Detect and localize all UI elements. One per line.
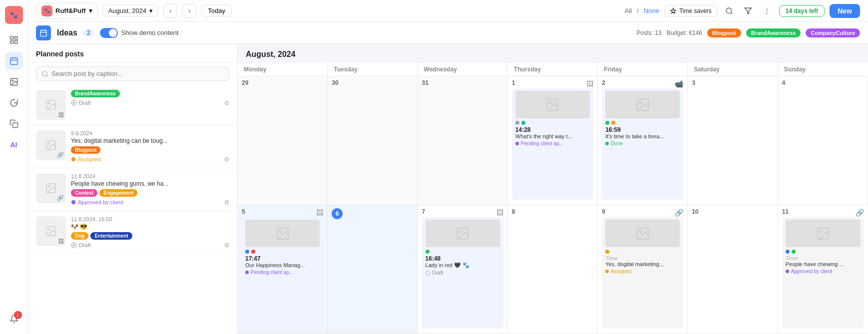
today-button[interactable]: Today xyxy=(201,4,232,17)
status-dot xyxy=(515,142,519,145)
cal-cell-7[interactable]: 7 🖼 16:48 Lady in red 🖤 🐾 xyxy=(418,205,508,334)
svg-line-12 xyxy=(731,12,732,14)
sidebar-item-analytics[interactable] xyxy=(5,94,23,112)
cal-cell-29[interactable]: 29 xyxy=(238,76,328,205)
filter-icon-button[interactable] xyxy=(741,4,755,18)
day-headers: Monday Tuesday Wednesday Thursday Friday… xyxy=(238,63,868,76)
logo-icon[interactable]: 🐾 xyxy=(5,6,23,24)
post-caption: Yes, dogital marketing can be toug... xyxy=(71,137,229,144)
filter-none-button[interactable]: None xyxy=(644,7,659,14)
budget-label: Budget: €146 xyxy=(667,29,702,36)
cal-cell-2[interactable]: 2 📹 16:59 It's time to take a brea... xyxy=(598,76,688,205)
svg-point-24 xyxy=(71,157,75,161)
svg-rect-0 xyxy=(10,36,13,39)
svg-point-18 xyxy=(42,71,47,75)
post-tags: Blogpost xyxy=(71,146,229,154)
search-icon-button[interactable] xyxy=(722,4,736,18)
more-icon[interactable]: ⊙ xyxy=(224,156,229,163)
cal-cell-8[interactable]: 8 xyxy=(508,205,598,334)
post-card[interactable]: Time Yes, dogital marketing... Assigned xyxy=(602,217,683,329)
day-number: 4 xyxy=(782,79,864,86)
cal-cell-4[interactable]: 4 xyxy=(778,76,868,205)
calendar-grid: 29 30 31 1 🖼 xyxy=(238,76,868,334)
view-toggle-button[interactable] xyxy=(36,25,51,40)
sidebar-item-copy[interactable] xyxy=(5,115,23,133)
status-text: Assigned xyxy=(611,269,631,274)
demo-content-toggle[interactable] xyxy=(100,28,118,38)
svg-point-35 xyxy=(279,230,281,232)
companyculture-tag-filter[interactable]: CompanyCulture xyxy=(806,28,860,37)
prev-button[interactable]: ‹ xyxy=(163,4,177,18)
blogpost-tag-filter[interactable]: Blogpost xyxy=(707,28,741,37)
media-icon: 🔗 xyxy=(856,209,864,217)
list-item: 🖼 11.8.2024, 16:50 🐶 😎 Dog Entertainment… xyxy=(28,211,237,254)
post-card[interactable]: 17:47 Our Happiness Manag... Pending cli… xyxy=(242,217,323,329)
post-date: 11.8.2024, 16:50 xyxy=(71,216,229,222)
cal-cell-10[interactable]: 10 xyxy=(688,205,778,334)
post-thumb xyxy=(605,91,680,118)
post-card[interactable]: Time People have chewing ... Approved by… xyxy=(782,217,864,329)
cal-cell-31[interactable]: 31 xyxy=(418,76,508,205)
cal-cell-9[interactable]: 9 🔗 Time Yes, dogital marketing... xyxy=(598,205,688,334)
date-selector[interactable]: August, 2024 ▾ xyxy=(103,4,159,17)
post-thumb xyxy=(426,220,500,247)
day-number: 5 xyxy=(242,208,245,215)
post-card[interactable]: 14:28 What's the right way t... Pending … xyxy=(512,88,593,200)
cal-cell-6[interactable]: 6 xyxy=(328,205,418,334)
notification-icon[interactable]: 1 xyxy=(5,310,23,328)
svg-point-27 xyxy=(71,200,75,204)
more-icon[interactable]: ⊙ xyxy=(224,199,229,206)
search-box[interactable] xyxy=(36,66,229,81)
status-text: Approved by client xyxy=(791,269,832,274)
tag-contest: Contest xyxy=(71,189,97,197)
cal-cell-5[interactable]: 5 🖼 17:47 Our Happiness Manag... xyxy=(238,205,328,334)
dot xyxy=(245,250,249,254)
status-dot xyxy=(245,271,249,274)
svg-point-33 xyxy=(640,101,642,103)
post-info: 11.8.2024 People have chewing gums, we h… xyxy=(71,173,229,206)
svg-rect-10 xyxy=(12,123,17,128)
new-button[interactable]: New xyxy=(830,4,860,18)
toggle-knob xyxy=(109,29,117,37)
next-button[interactable]: › xyxy=(182,4,196,18)
sidebar-item-grid[interactable] xyxy=(5,31,23,49)
day-sunday: Sunday xyxy=(778,63,868,76)
posts-count: Posts: 13 xyxy=(637,29,662,36)
trial-badge[interactable]: 14 days left xyxy=(779,5,825,17)
more-icon[interactable]: ⊙ xyxy=(224,242,229,249)
search-icon xyxy=(41,70,48,77)
image-placeholder-icon xyxy=(45,225,57,237)
more-options-button[interactable]: ⋮ xyxy=(760,4,774,18)
image-placeholder-icon xyxy=(45,139,57,151)
cal-cell-3[interactable]: 3 xyxy=(688,76,778,205)
sidebar-item-calendar[interactable] xyxy=(5,52,23,70)
svg-rect-1 xyxy=(14,36,17,39)
status-dots xyxy=(515,121,590,125)
cal-cell-11[interactable]: 11 🔗 Time People have chewing ... xyxy=(778,205,868,334)
svg-point-9 xyxy=(12,80,13,81)
sidebar-item-image[interactable] xyxy=(5,73,23,91)
list-item: 🔗 9.8.2024 Yes, dogital marketing can be… xyxy=(28,125,237,168)
cell-header: 7 🖼 xyxy=(422,208,503,217)
demo-toggle-area[interactable]: Show demo content xyxy=(100,28,179,38)
post-thumbnail: 🖼 xyxy=(36,216,66,246)
workspace-selector[interactable]: 🐾 Ruff&Puff ▾ xyxy=(36,3,98,19)
post-caption: 🐶 😎 xyxy=(71,223,229,230)
thumb-icon: 🔗 xyxy=(57,152,64,158)
cal-cell-30[interactable]: 30 xyxy=(328,76,418,205)
post-time: 16:48 xyxy=(426,255,500,262)
sidebar-item-ai[interactable]: AI xyxy=(5,136,23,154)
post-card[interactable]: 16:59 It's time to take a brea... Done xyxy=(602,88,683,200)
more-icon[interactable]: ⊙ xyxy=(224,99,229,106)
post-thumb xyxy=(605,220,680,247)
post-time: 17:47 xyxy=(245,255,320,262)
search-input[interactable] xyxy=(51,70,224,77)
workspace-name: Ruff&Puff xyxy=(55,7,86,14)
cal-cell-1[interactable]: 1 🖼 14:28 What's the right way t... xyxy=(508,76,598,205)
post-card[interactable]: 16:48 Lady in red 🖤 🐾 Draft xyxy=(422,217,503,329)
status-text: Draft xyxy=(433,270,443,276)
status-dots xyxy=(245,250,320,254)
brandawareness-tag-filter[interactable]: BrandAwareness xyxy=(746,28,801,37)
time-savers-button[interactable]: Time savers xyxy=(664,5,717,17)
filter-all-label: All xyxy=(625,7,632,14)
